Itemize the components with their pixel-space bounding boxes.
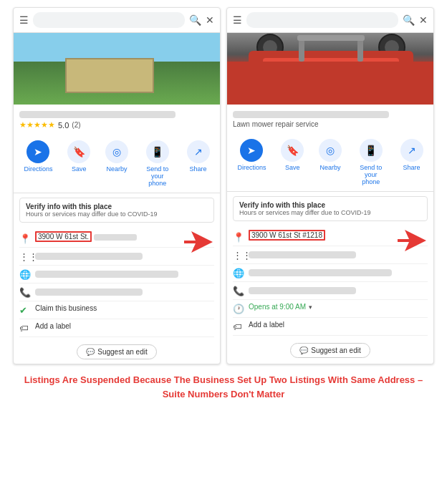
suggest-edit-btn-left[interactable]: 💬 Suggest an edit <box>77 344 157 359</box>
search-bar-right[interactable] <box>246 12 398 28</box>
left-panel: ☰ 🔍 ✕ ★★★★★ 5.0 (2) ➤ Directions 🔖 Sav <box>13 7 221 364</box>
panels-container: ☰ 🔍 ✕ ★★★★★ 5.0 (2) ➤ Directions 🔖 Sav <box>7 7 440 364</box>
verify-box-left: Verify info with this place Hours or ser… <box>19 198 214 223</box>
website-row-left: 🌐 <box>19 266 214 284</box>
directions-label-left: Directions <box>24 165 52 173</box>
save-label-left: Save <box>72 165 87 173</box>
left-business-info: ★★★★★ 5.0 (2) <box>14 105 220 135</box>
left-panel-header: ☰ 🔍 ✕ <box>14 8 220 33</box>
nearby-icon-left: ◎ <box>105 140 128 163</box>
suggest-icon-right: 💬 <box>299 346 308 354</box>
phone-bar-right <box>249 287 356 294</box>
search-bar-left[interactable] <box>33 12 185 28</box>
search-icon-right[interactable]: 🔍 <box>403 14 415 26</box>
hours-row-right: ⋮⋮ <box>233 246 428 264</box>
share-icon-left: ↗ <box>187 140 210 163</box>
globe-icon-left: 🌐 <box>19 269 31 280</box>
action-buttons-left: ➤ Directions 🔖 Save ◎ Nearby 📱 Send to y… <box>14 135 220 193</box>
opens-row: Opens at 9:00 AM ▾ <box>249 303 312 311</box>
nearby-btn-right[interactable]: ◎ Nearby <box>319 139 342 185</box>
hours-bar-left <box>35 253 143 260</box>
save-btn-left[interactable]: 🔖 Save <box>67 140 90 187</box>
directions-label-right: Directions <box>237 164 266 171</box>
add-label-text-left: Add a label <box>35 322 214 330</box>
send-phone-btn-right[interactable]: 📱 Send to your phone <box>357 139 385 185</box>
right-business-info: Lawn mower repair service <box>227 105 433 133</box>
lawn-mower-svg: TROY-BILT <box>227 33 433 105</box>
phone-detail-icon-left: 📞 <box>19 287 31 298</box>
bottom-text: Listings Are Suspended Because The Busin… <box>7 373 440 401</box>
opens-at-row[interactable]: 🕐 Opens at 9:00 AM ▾ <box>233 300 428 318</box>
clock-icon-right: ⋮⋮ <box>233 250 244 261</box>
phone-row-left: 📞 <box>19 284 214 301</box>
save-icon-right: 🔖 <box>281 139 304 162</box>
clock-icon-left: ⋮⋮ <box>19 251 31 262</box>
location-icon-right: 📍 <box>233 232 244 243</box>
verify-title-left: Verify info with this place <box>26 203 208 210</box>
hours-row-left: ⋮⋮ <box>19 248 214 266</box>
location-icon-left: 📍 <box>19 233 31 244</box>
opens-clock-icon: 🕐 <box>233 304 244 314</box>
svg-rect-6 <box>263 58 399 79</box>
right-panel-header: ☰ 🔍 ✕ <box>227 8 433 33</box>
website-row-right: 🌐 <box>233 264 428 282</box>
save-icon-left: 🔖 <box>67 140 90 163</box>
lawn-mower-label: Lawn mower repair service <box>233 120 428 128</box>
add-label-row-right[interactable]: 🏷 Add a label <box>233 318 428 336</box>
business-name-right <box>233 111 389 118</box>
share-btn-right[interactable]: ↗ Share <box>400 139 423 185</box>
send-phone-label-left: Send to your phone <box>143 165 172 187</box>
suggest-edit-left: 💬 Suggest an edit <box>14 340 220 364</box>
rating-value-left: 5.0 <box>58 121 69 130</box>
suggest-edit-btn-right[interactable]: 💬 Suggest an edit <box>290 343 370 358</box>
directions-icon-left: ➤ <box>27 140 49 163</box>
add-label-text-right: Add a label <box>249 321 428 329</box>
review-count-left: (2) <box>72 121 80 129</box>
hours-bar-right <box>249 251 356 258</box>
label-icon-left: 🏷 <box>19 323 31 334</box>
hamburger-icon[interactable]: ☰ <box>19 14 29 26</box>
search-icon-left[interactable]: 🔍 <box>189 14 201 26</box>
address-highlight-right: 3900 W 61st St #1218 <box>249 230 325 241</box>
address-blurred-bar-left <box>94 234 137 241</box>
website-bar-left <box>35 271 178 278</box>
nearby-btn-left[interactable]: ◎ Nearby <box>105 140 128 187</box>
website-bar-right <box>249 269 392 276</box>
claim-row-left[interactable]: ✔ Claim this business <box>19 301 214 319</box>
add-label-row-left[interactable]: 🏷 Add a label <box>19 319 214 337</box>
send-phone-btn-left[interactable]: 📱 Send to your phone <box>143 140 172 187</box>
send-phone-label-right: Send to your phone <box>357 164 385 185</box>
chevron-down-icon[interactable]: ▾ <box>309 304 312 311</box>
phone-detail-icon-right: 📞 <box>233 286 244 296</box>
save-btn-right[interactable]: 🔖 Save <box>281 139 304 185</box>
svg-rect-7 <box>299 62 363 76</box>
directions-icon-right: ➤ <box>240 139 263 162</box>
photo-left <box>14 33 220 105</box>
close-icon-right[interactable]: ✕ <box>419 14 428 26</box>
rating-row-left: ★★★★★ 5.0 (2) <box>19 120 214 130</box>
share-label-left: Share <box>190 165 207 173</box>
directions-btn-right[interactable]: ➤ Directions <box>237 139 266 185</box>
svg-rect-5 <box>249 51 413 90</box>
verify-title-right: Verify info with this place <box>239 201 421 209</box>
details-left: 📍 3900 W 61st St. ⋮⋮ 🌐 <box>14 227 220 340</box>
nearby-label-left: Nearby <box>106 165 127 173</box>
svg-text:TROY-BILT: TROY-BILT <box>313 66 350 74</box>
phone-row-right: 📞 <box>233 282 428 300</box>
close-icon-left[interactable]: ✕ <box>206 14 214 26</box>
action-buttons-right: ➤ Directions 🔖 Save ◎ Nearby 📱 Send to y… <box>227 133 433 192</box>
hamburger-icon-right[interactable]: ☰ <box>233 14 242 26</box>
save-label-right: Save <box>285 164 300 171</box>
share-btn-left[interactable]: ↗ Share <box>187 140 210 187</box>
verify-subtitle-right: Hours or services may differ due to COVI… <box>239 209 421 216</box>
phone-icon-left: 📱 <box>146 140 169 163</box>
address-row-right: 📍 3900 W 61st St #1218 <box>233 228 428 246</box>
verify-box-right: Verify info with this place Hours or ser… <box>233 196 428 221</box>
photo-right: TROY-BILT <box>227 33 433 105</box>
stars-left: ★★★★★ <box>19 120 55 130</box>
check-icon-left: ✔ <box>19 305 31 316</box>
verify-subtitle-left: Hours or services may differ due to COVI… <box>26 210 208 218</box>
share-label-right: Share <box>403 164 420 171</box>
suggest-icon-left: 💬 <box>86 348 95 356</box>
directions-btn-left[interactable]: ➤ Directions <box>24 140 52 187</box>
